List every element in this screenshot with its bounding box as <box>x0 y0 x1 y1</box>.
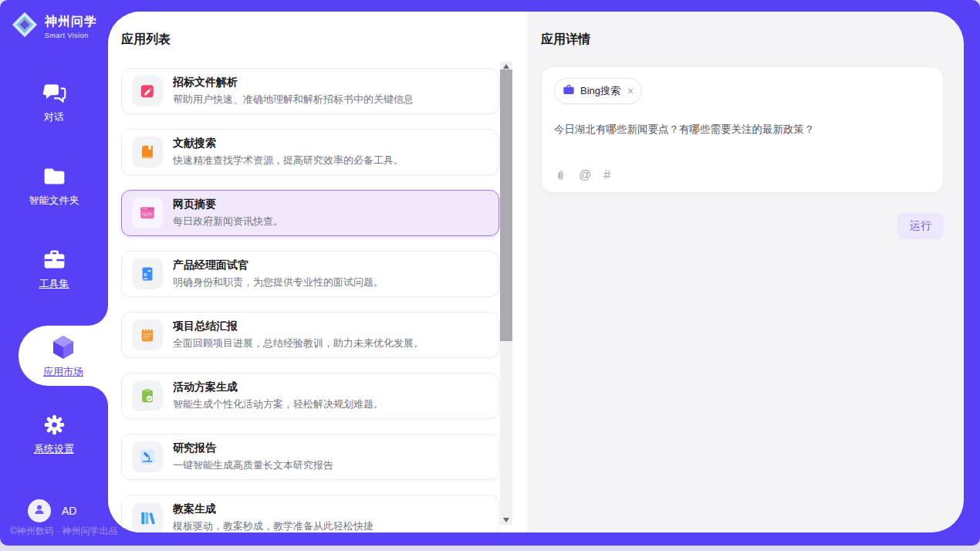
app-window: 神州问学 Smart Vision 对话 智能文件夹 工具集 应用市场 系统设置 <box>0 0 980 546</box>
copyright-text: ©神州数码 · 神州问学出品 <box>10 525 118 538</box>
run-button[interactable]: 运行 <box>897 213 944 239</box>
toolbox-icon <box>42 245 67 274</box>
app-card-description: 每日政府新闻资讯快查。 <box>173 215 283 228</box>
user-avatar-icon <box>32 502 46 519</box>
hash-icon[interactable]: # <box>603 168 610 182</box>
sidebar-item-settings[interactable]: 系统设置 <box>0 410 108 464</box>
prompt-input-card[interactable]: Bing搜索 × 今日湖北有哪些新闻要点？有哪些需要关注的最新政策？ @# <box>541 66 944 193</box>
query-text-input[interactable]: 今日湖北有哪些新闻要点？有哪些需要关注的最新政策？ <box>554 123 931 137</box>
app-card-description: 全面回顾项目进展，总结经验教训，助力未来优化发展。 <box>173 336 424 350</box>
app-detail-title: 应用详情 <box>541 32 944 48</box>
active-tab-curve-bottom <box>88 386 108 406</box>
app-card-title: 教案生成 <box>173 502 373 516</box>
paperclip-icon[interactable] <box>555 168 566 182</box>
app-card[interactable]: 研究报告 一键智能生成高质量长文本研究报告 <box>121 434 499 480</box>
sidebar-item-smart-folders[interactable]: 智能文件夹 <box>0 161 108 215</box>
sidebar-item-chat-label: 对话 <box>44 110 64 124</box>
content-area: 应用列表 招标文件解析 帮助用户快速、准确地理解和解析招标书中的关键信息 文献搜… <box>108 12 964 532</box>
clipboard-check-icon <box>132 380 163 411</box>
scroll-down-button[interactable] <box>500 516 512 525</box>
triangle-down-icon <box>503 518 509 522</box>
notepad-icon <box>132 319 163 350</box>
microscope-icon <box>132 441 163 472</box>
app-card-title: 文献搜索 <box>173 137 404 150</box>
sidebar-item-smart-folders-label: 智能文件夹 <box>29 194 79 208</box>
app-card[interactable]: 招标文件解析 帮助用户快速、准确地理解和解析招标书中的关键信息 <box>121 68 499 114</box>
app-card-description: 一键智能生成高质量长文本研究报告 <box>173 458 333 472</box>
user-menu[interactable]: AD <box>28 499 76 522</box>
app-card[interactable]: 活动方案生成 智能生成个性化活动方案，轻松解决规划难题。 <box>121 373 499 419</box>
app-card-description: 模板驱动，教案秒成，教学准备从此轻松快捷 <box>173 519 373 532</box>
app-card[interactable]: </> 网页摘要 每日政府新闻资讯快查。 <box>121 190 499 236</box>
gear-icon <box>42 410 67 439</box>
sidebar-item-settings-label: 系统设置 <box>34 442 74 456</box>
sidebar-item-toolset-label: 工具集 <box>39 277 69 291</box>
chat-icon <box>42 78 67 107</box>
folder-icon <box>42 161 67 191</box>
scrollbar-thumb[interactable] <box>500 69 512 341</box>
app-card-description: 帮助用户快速、准确地理解和解析招标书中的关键信息 <box>173 93 414 106</box>
tool-tag-label: Bing搜索 <box>580 84 620 98</box>
avatar[interactable] <box>28 499 51 522</box>
app-card-title: 产品经理面试官 <box>173 259 384 272</box>
sidebar-item-chat[interactable]: 对话 <box>0 78 108 132</box>
tool-tag-bing-search[interactable]: Bing搜索 × <box>554 78 642 104</box>
app-list-panel: 应用列表 招标文件解析 帮助用户快速、准确地理解和解析招标书中的关键信息 文献搜… <box>108 12 527 532</box>
sidebar-item-app-market-label: 应用市场 <box>43 365 83 379</box>
app-card-description: 明确身份和职责，为您提供专业性的面试问题。 <box>173 276 384 289</box>
sidebar-nav: 对话 智能文件夹 工具集 应用市场 系统设置 <box>0 0 108 546</box>
bid-document-icon <box>132 76 163 106</box>
app-card[interactable]: 产品经理面试官 明确身份和职责，为您提供专业性的面试问题。 <box>121 251 499 297</box>
sidebar-item-app-market[interactable]: 应用市场 <box>19 326 108 386</box>
app-card[interactable]: 教案生成 模板驱动，教案秒成，教学准备从此轻松快捷 <box>121 495 499 532</box>
input-toolbar: @# <box>555 168 610 182</box>
resume-person-icon <box>132 259 163 289</box>
cube-icon <box>49 333 77 362</box>
books-icon <box>132 502 163 532</box>
app-card-title: 研究报告 <box>173 441 333 455</box>
app-card-title: 招标文件解析 <box>173 76 414 90</box>
app-detail-panel: 应用详情 Bing搜索 × 今日湖北有哪些新闻要点？有哪些需要关注的最新政策？ … <box>527 12 964 532</box>
active-tab-curve-top <box>88 306 108 326</box>
app-card-description: 智能生成个性化活动方案，轻松解决规划难题。 <box>173 397 384 411</box>
app-card-title: 项目总结汇报 <box>173 319 424 333</box>
triangle-up-icon <box>503 64 509 69</box>
webpage-code-icon: </> <box>132 198 163 228</box>
close-icon[interactable]: × <box>627 86 634 96</box>
app-list: 招标文件解析 帮助用户快速、准确地理解和解析招标书中的关键信息 文献搜索 快速精… <box>121 68 499 532</box>
sidebar-item-toolset[interactable]: 工具集 <box>0 245 108 299</box>
svg-text:</>: </> <box>143 212 152 218</box>
app-card[interactable]: 项目总结汇报 全面回顾项目进展，总结经验教训，助力未来优化发展。 <box>121 312 499 358</box>
briefcase-icon <box>563 83 575 99</box>
user-initials: AD <box>62 505 76 517</box>
app-card[interactable]: 文献搜索 快速精准查找学术资源，提高研究效率的必备工具。 <box>121 129 499 175</box>
mention-icon[interactable]: @ <box>579 168 591 182</box>
app-list-title: 应用列表 <box>121 32 527 48</box>
app-card-title: 活动方案生成 <box>173 380 384 394</box>
book-icon <box>132 137 163 167</box>
app-card-description: 快速精准查找学术资源，提高研究效率的必备工具。 <box>173 154 404 167</box>
scrollbar-track[interactable] <box>500 62 512 525</box>
sidebar: 神州问学 Smart Vision 对话 智能文件夹 工具集 应用市场 系统设置 <box>0 0 108 546</box>
app-card-title: 网页摘要 <box>173 198 283 211</box>
